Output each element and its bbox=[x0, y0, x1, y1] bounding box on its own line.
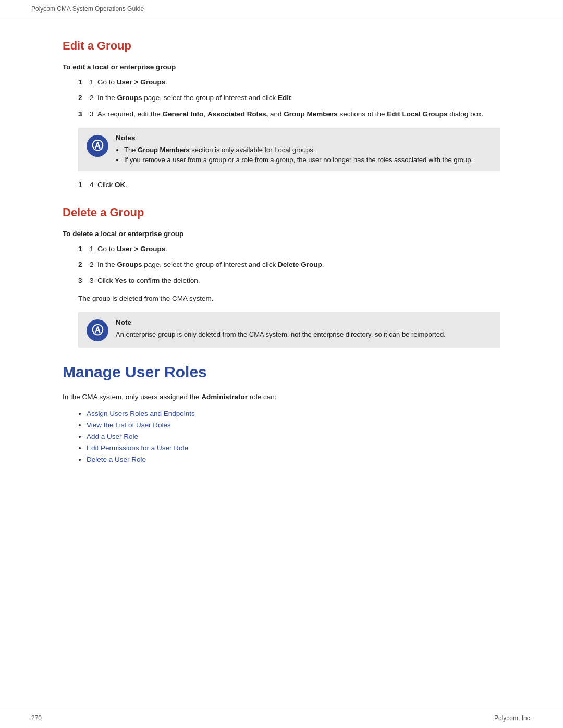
delete-group-deleted-text: The group is deleted from the CMA system… bbox=[78, 293, 500, 304]
edit-group-step-1: 1 Go to User > Groups. bbox=[78, 77, 500, 88]
delete-group-step-3: 3 Click Yes to confirm the deletion. bbox=[78, 276, 500, 286]
manage-link-item-2: View the List of User Roles bbox=[87, 421, 500, 429]
edit-group-steps: 1 Go to User > Groups. 2 In the Groups p… bbox=[78, 77, 500, 119]
edit-group-note-2: If you remove a user from a group or a r… bbox=[124, 155, 492, 165]
manage-user-roles-intro: In the CMA system, only users assigned t… bbox=[63, 391, 500, 403]
edit-group-step-2: 2 In the Groups page, select the group o… bbox=[78, 93, 500, 103]
company-name: Polycom, Inc. bbox=[494, 714, 532, 722]
delete-group-note-label: Note bbox=[116, 318, 492, 326]
delete-group-step-2: 2 In the Groups page, select the group o… bbox=[78, 260, 500, 270]
delete-group-section: Delete a Group To delete a local or ente… bbox=[63, 206, 500, 348]
note-icon-edit-group: Ⓐ bbox=[87, 135, 108, 157]
add-user-role-link[interactable]: Add a User Role bbox=[87, 433, 138, 440]
edit-group-note-1: The Group Members section is only availa… bbox=[124, 145, 492, 155]
edit-permissions-user-role-link[interactable]: Edit Permissions for a User Role bbox=[87, 444, 188, 452]
manage-user-roles-title: Manage User Roles bbox=[63, 363, 500, 381]
edit-group-step4-container: 4 Click OK. bbox=[78, 180, 500, 190]
manage-user-roles-section: Manage User Roles In the CMA system, onl… bbox=[63, 363, 500, 463]
edit-group-step-4: 4 Click OK. bbox=[78, 180, 500, 190]
manage-link-item-4: Edit Permissions for a User Role bbox=[87, 443, 500, 452]
delete-group-note-content: Note An enterprise group is only deleted… bbox=[116, 318, 492, 340]
page-number: 270 bbox=[31, 714, 42, 722]
delete-group-title: Delete a Group bbox=[63, 206, 500, 219]
edit-group-title: Edit a Group bbox=[63, 39, 500, 53]
header-breadcrumb: Polycom CMA System Operations Guide bbox=[0, 0, 563, 18]
note-icon-delete-group: Ⓐ bbox=[87, 319, 108, 341]
delete-group-steps: 1 Go to User > Groups. 2 In the Groups p… bbox=[78, 244, 500, 286]
delete-group-procedure-title: To delete a local or enterprise group bbox=[63, 230, 500, 238]
assign-users-roles-link[interactable]: Assign Users Roles and Endpoints bbox=[87, 410, 195, 417]
manage-link-item-5: Delete a User Role bbox=[87, 455, 500, 463]
edit-group-section: Edit a Group To edit a local or enterpri… bbox=[63, 39, 500, 190]
manage-user-roles-links-list: Assign Users Roles and Endpoints View th… bbox=[87, 409, 500, 463]
manage-link-item-3: Add a User Role bbox=[87, 432, 500, 440]
delete-group-note-text: An enterprise group is only deleted from… bbox=[116, 329, 492, 340]
delete-user-role-link[interactable]: Delete a User Role bbox=[87, 455, 146, 463]
edit-group-notes-label: Notes bbox=[116, 134, 492, 142]
breadcrumb-text: Polycom CMA System Operations Guide bbox=[31, 5, 144, 13]
edit-group-notes-list: The Group Members section is only availa… bbox=[124, 145, 492, 165]
edit-group-step-3: 3 As required, edit the General Info, As… bbox=[78, 109, 500, 119]
manage-link-item-1: Assign Users Roles and Endpoints bbox=[87, 409, 500, 417]
edit-group-procedure-title: To edit a local or enterprise group bbox=[63, 63, 500, 71]
delete-group-note-box: Ⓐ Note An enterprise group is only delet… bbox=[78, 312, 500, 348]
edit-group-notes-box: Ⓐ Notes The Group Members section is onl… bbox=[78, 128, 500, 171]
view-list-user-roles-link[interactable]: View the List of User Roles bbox=[87, 421, 171, 429]
page-footer: 270 Polycom, Inc. bbox=[0, 708, 563, 728]
page-content: Edit a Group To edit a local or enterpri… bbox=[0, 18, 563, 515]
edit-group-notes-content: Notes The Group Members section is only … bbox=[116, 134, 492, 165]
delete-group-step-1: 1 Go to User > Groups. bbox=[78, 244, 500, 254]
